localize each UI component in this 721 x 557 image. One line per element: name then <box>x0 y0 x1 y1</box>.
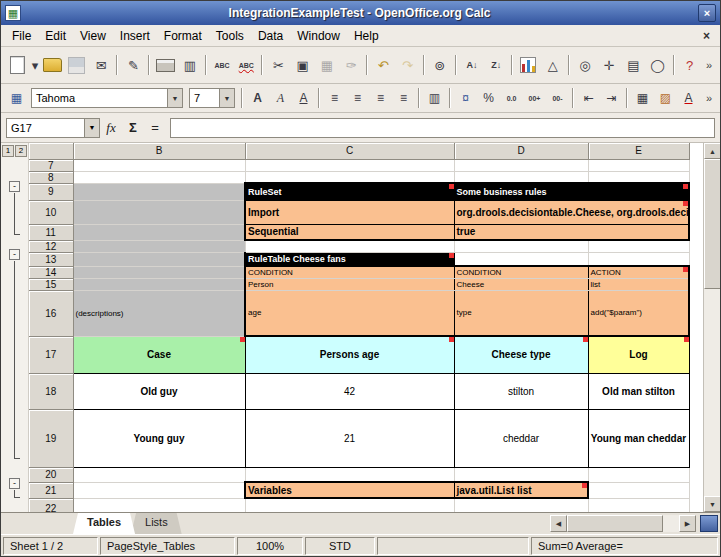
add-decimal-icon[interactable]: 00+ <box>524 88 545 109</box>
collapse-group-2-button[interactable]: - <box>9 249 20 260</box>
cell-C13[interactable]: RuleTable Cheese fans <box>245 252 454 266</box>
row-header-11[interactable]: 11 <box>29 224 73 240</box>
window-split-handle[interactable] <box>700 515 718 532</box>
cell-D16[interactable]: type <box>454 290 588 336</box>
cell-C12[interactable] <box>245 240 454 252</box>
menu-tools[interactable]: Tools <box>209 27 251 45</box>
row-header-13[interactable]: 13 <box>29 252 73 266</box>
scroll-up-icon[interactable]: ▲ <box>704 143 720 159</box>
cell-D14[interactable]: CONDITION <box>454 266 588 278</box>
row-header-9[interactable]: 9 <box>29 183 73 200</box>
row-header-16[interactable]: 16 <box>29 290 73 336</box>
outline-level-1-button[interactable]: 1 <box>2 145 14 157</box>
sort-ascending-icon[interactable]: A↓ <box>461 53 483 77</box>
horizontal-scroll-thumb[interactable] <box>567 515 663 532</box>
cell-E15[interactable]: list <box>588 278 689 290</box>
email-icon[interactable]: ✉ <box>90 53 112 77</box>
cell-B14[interactable] <box>73 266 245 278</box>
row-header-7[interactable]: 7 <box>29 159 73 171</box>
draw-functions-icon[interactable]: △ <box>542 53 564 77</box>
cell-D22[interactable] <box>454 498 588 512</box>
undo-icon[interactable]: ↶ <box>372 53 394 77</box>
row-header-14[interactable]: 14 <box>29 266 73 278</box>
cell-C8[interactable] <box>245 171 454 183</box>
column-header-E[interactable]: E <box>588 143 689 159</box>
menu-view[interactable]: View <box>73 27 113 45</box>
cell-C20[interactable] <box>245 467 454 482</box>
menu-data[interactable]: Data <box>251 27 290 45</box>
open-folder-icon[interactable] <box>42 53 64 77</box>
cell-B19[interactable]: Young guy <box>73 409 245 467</box>
cell-D20[interactable] <box>454 467 588 482</box>
align-justify-icon[interactable]: ≡ <box>393 88 414 109</box>
number-percent-icon[interactable]: % <box>478 88 499 109</box>
scroll-down-icon[interactable]: ▼ <box>704 496 720 512</box>
function-wizard-button[interactable]: fx <box>100 118 122 138</box>
auto-spellcheck-icon[interactable]: ABC <box>235 53 257 77</box>
cell-D7[interactable] <box>454 159 588 171</box>
print-icon[interactable] <box>154 53 176 77</box>
collapse-group-1-button[interactable]: - <box>9 181 20 192</box>
bold-icon[interactable]: A <box>247 88 268 109</box>
cell-reference-input[interactable] <box>6 118 84 138</box>
cell-E17[interactable]: Log <box>588 336 689 373</box>
collapse-group-3-button[interactable]: - <box>9 478 20 489</box>
navigator-icon[interactable]: ✛ <box>598 53 620 77</box>
menu-file[interactable]: File <box>5 27 38 45</box>
sum-button[interactable]: Σ <box>122 118 144 138</box>
horizontal-scrollbar[interactable]: ◀ ▶ <box>550 515 696 532</box>
formula-button[interactable]: = <box>144 118 166 138</box>
status-page-style[interactable]: PageStyle_Tables <box>100 537 235 555</box>
row-header-17[interactable]: 17 <box>29 336 73 373</box>
cell-D17[interactable]: Cheese type <box>454 336 588 373</box>
cell-B7[interactable] <box>73 159 245 171</box>
cell-E18[interactable]: Old man stilton <box>588 373 689 409</box>
cell-D18[interactable]: stilton <box>454 373 588 409</box>
styles-grid-icon[interactable]: ▦ <box>6 88 27 109</box>
window-close-button[interactable]: × <box>698 4 716 22</box>
row-header-19[interactable]: 19 <box>29 409 73 467</box>
cell-E8[interactable] <box>588 171 689 183</box>
status-sum-average[interactable]: Sum=0 Average= <box>531 537 718 555</box>
save-icon[interactable] <box>66 53 88 77</box>
font-size-dropdown-icon[interactable]: ▼ <box>219 88 235 108</box>
vertical-scroll-track[interactable] <box>704 159 720 496</box>
cell-B15[interactable] <box>73 278 245 290</box>
font-name-combo[interactable]: Tahoma ▼ <box>31 88 183 108</box>
cell-C7[interactable] <box>245 159 454 171</box>
vertical-scroll-thumb[interactable] <box>704 159 720 289</box>
menu-help[interactable]: Help <box>347 27 386 45</box>
menu-edit[interactable]: Edit <box>38 27 73 45</box>
cell-D10[interactable]: org.drools.decisiontable.Cheese, org.dro… <box>454 200 689 224</box>
status-zoom[interactable]: 100% <box>237 537 303 555</box>
cell-E19[interactable]: Young man cheddar <box>588 409 689 467</box>
cell-B10[interactable] <box>73 200 245 224</box>
scroll-left-icon[interactable]: ◀ <box>550 515 567 532</box>
cell-D12[interactable] <box>454 240 588 252</box>
cell-D21[interactable]: java.util.List list <box>454 482 588 498</box>
copy-icon[interactable]: ▣ <box>292 53 314 77</box>
font-size-combo[interactable]: 7 ▼ <box>189 88 235 108</box>
help-icon[interactable]: ? <box>679 53 701 77</box>
cell-B11[interactable] <box>73 224 245 240</box>
cell-B8[interactable] <box>73 171 245 183</box>
cell-D19[interactable]: cheddar <box>454 409 588 467</box>
cell-E14[interactable]: ACTION <box>588 266 689 278</box>
row-header-21[interactable]: 21 <box>29 482 73 498</box>
number-standard-icon[interactable]: 0.0 <box>501 88 522 109</box>
cell-B16[interactable]: (descriptions) <box>73 290 245 336</box>
cell-C21[interactable]: Variables <box>245 482 454 498</box>
document-close-icon[interactable]: × <box>697 29 716 43</box>
cell-C14[interactable]: CONDITION <box>245 266 454 278</box>
cell-B21[interactable] <box>73 482 245 498</box>
cell-B20[interactable] <box>73 467 245 482</box>
column-header-B[interactable]: B <box>73 143 245 159</box>
underline-icon[interactable]: A <box>293 88 314 109</box>
gallery-icon[interactable]: ▤ <box>622 53 644 77</box>
page-preview-icon[interactable]: ▥ <box>179 53 201 77</box>
paste-icon[interactable]: ▦ <box>316 53 338 77</box>
menu-insert[interactable]: Insert <box>113 27 157 45</box>
sort-descending-icon[interactable]: Z↓ <box>485 53 507 77</box>
cell-C16[interactable]: age <box>245 290 454 336</box>
row-header-8[interactable]: 8 <box>29 171 73 183</box>
